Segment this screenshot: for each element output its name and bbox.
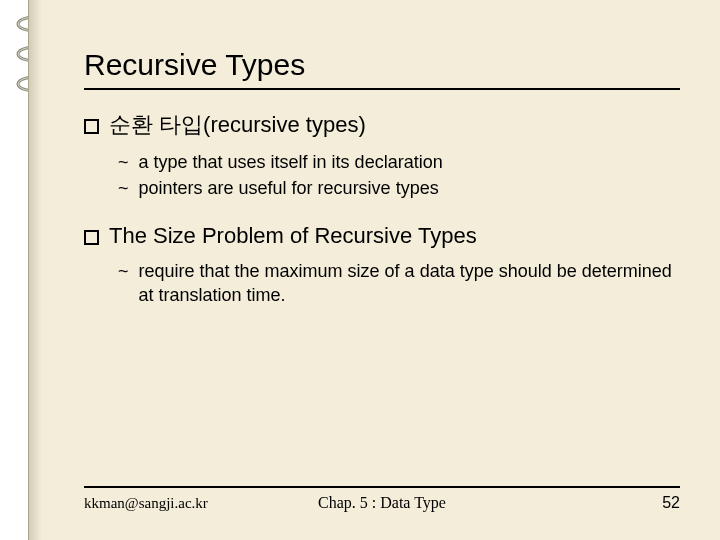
section: 순환 타입(recursive types) ~ a type that use… xyxy=(84,110,680,201)
square-bullet-icon xyxy=(84,119,99,134)
list-item: ~ require that the maximum size of a dat… xyxy=(118,259,680,308)
tilde-bullet-icon: ~ xyxy=(118,259,129,308)
list-item: ~ a type that uses itself in its declara… xyxy=(118,150,680,174)
section-heading: 순환 타입(recursive types) xyxy=(84,110,680,140)
list-item: ~ pointers are useful for recursive type… xyxy=(118,176,680,200)
section-heading-text: The Size Problem of Recursive Types xyxy=(109,223,477,249)
section-heading: The Size Problem of Recursive Types xyxy=(84,223,680,249)
list-item-text: require that the maximum size of a data … xyxy=(139,259,680,308)
tilde-bullet-icon: ~ xyxy=(118,176,129,200)
footer: kkman@sangji.ac.kr Chap. 5 : Data Type 5… xyxy=(84,486,680,512)
section: The Size Problem of Recursive Types ~ re… xyxy=(84,223,680,308)
footer-page-number: 52 xyxy=(662,494,680,512)
list-item-text: pointers are useful for recursive types xyxy=(139,176,439,200)
sub-list: ~ require that the maximum size of a dat… xyxy=(84,259,680,308)
sub-list: ~ a type that uses itself in its declara… xyxy=(84,150,680,201)
footer-email: kkman@sangji.ac.kr xyxy=(84,495,208,512)
square-bullet-icon xyxy=(84,230,99,245)
section-heading-text: 순환 타입(recursive types) xyxy=(109,110,366,140)
content-area: Recursive Types 순환 타입(recursive types) ~… xyxy=(84,48,680,329)
page-title: Recursive Types xyxy=(84,48,680,90)
tilde-bullet-icon: ~ xyxy=(118,150,129,174)
list-item-text: a type that uses itself in its declarati… xyxy=(139,150,443,174)
